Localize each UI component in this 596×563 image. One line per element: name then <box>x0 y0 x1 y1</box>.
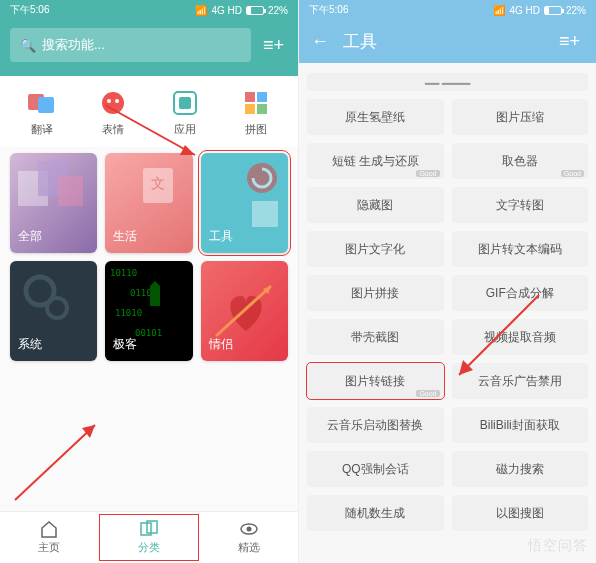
svg-rect-1 <box>38 97 54 113</box>
svg-rect-13 <box>58 176 83 206</box>
svg-point-19 <box>47 298 67 318</box>
tool-wallpaper[interactable]: 原生氢壁纸 <box>307 99 444 135</box>
eye-icon <box>239 520 259 538</box>
svg-rect-8 <box>257 92 267 102</box>
category-app[interactable]: 应用 <box>170 88 200 137</box>
card-all[interactable]: 全部 <box>10 153 97 253</box>
svg-point-3 <box>107 99 111 103</box>
back-button[interactable]: ← <box>311 31 329 52</box>
tool-shortlink[interactable]: 短链 生成与还原Good <box>307 143 444 179</box>
battery-pct: 22% <box>566 5 586 16</box>
emoji-icon <box>98 88 128 118</box>
tool-text2img[interactable]: 文字转图 <box>452 187 589 223</box>
tool-hideimg[interactable]: 隐藏图 <box>307 187 444 223</box>
category-icon <box>139 520 159 538</box>
tool-musicad[interactable]: 云音乐广告禁用 <box>452 363 589 399</box>
category-translate[interactable]: 翻译 <box>27 88 57 137</box>
svg-text:10110: 10110 <box>110 268 137 278</box>
tool-qqforce[interactable]: QQ强制会话 <box>307 451 444 487</box>
category-row: 翻译 表情 应用 拼图 <box>0 76 298 147</box>
tool-compress[interactable]: 图片压缩 <box>452 99 589 135</box>
net-label: 4G HD <box>211 5 242 16</box>
card-geek[interactable]: 10110011011101000101 极客 <box>105 261 192 361</box>
nav-home[interactable]: 主页 <box>0 512 97 563</box>
bottom-nav: 主页 分类 精选 <box>0 511 298 563</box>
battery-icon <box>544 6 562 15</box>
tool-imgjoin[interactable]: 图片拼接 <box>307 275 444 311</box>
card-love[interactable]: 情侣 <box>201 261 288 361</box>
card-life[interactable]: 文 生活 <box>105 153 192 253</box>
card-grid: 全部 文 生活 工具 系统 10110011011101000101 极客 <box>0 147 298 367</box>
svg-rect-10 <box>257 104 267 114</box>
status-bar: 下午5:06 📶 4G HD 22% <box>0 0 298 20</box>
top-bar: ← 工具 ≡+ <box>299 20 596 63</box>
tool-colorpicker[interactable]: 取色器Good <box>452 143 589 179</box>
svg-point-2 <box>102 92 124 114</box>
svg-point-29 <box>247 527 252 532</box>
puzzle-icon <box>241 88 271 118</box>
nav-category[interactable]: 分类 <box>99 514 198 561</box>
svg-rect-17 <box>252 201 278 227</box>
translate-icon <box>27 88 57 118</box>
home-icon <box>39 520 59 538</box>
tool-imgsearch[interactable]: 以图搜图 <box>452 495 589 531</box>
tool-img2code[interactable]: 图片转文本编码 <box>452 231 589 267</box>
battery-pct: 22% <box>268 5 288 16</box>
search-input[interactable]: 🔍 搜索功能... <box>10 28 251 62</box>
add-button[interactable]: ≡+ <box>555 31 584 52</box>
watermark: 悟空问答 <box>528 537 588 555</box>
battery-icon <box>246 6 264 15</box>
tool-frameshot[interactable]: 带壳截图 <box>307 319 444 355</box>
signal-icon: 📶 <box>493 5 505 16</box>
search-placeholder: 搜索功能... <box>42 36 105 54</box>
net-label: 4G HD <box>509 5 540 16</box>
page-title: 工具 <box>343 30 555 53</box>
tool-img2link[interactable]: 图片转链接Good <box>307 363 444 399</box>
svg-rect-6 <box>179 97 191 109</box>
svg-rect-9 <box>245 104 255 114</box>
signal-icon: 📶 <box>195 5 207 16</box>
svg-line-32 <box>15 425 95 500</box>
category-emoji[interactable]: 表情 <box>98 88 128 137</box>
svg-point-4 <box>115 99 119 103</box>
svg-rect-7 <box>245 92 255 102</box>
card-system[interactable]: 系统 <box>10 261 97 361</box>
tool-list: ━━ ━━━━ 原生氢壁纸 图片压缩 短链 生成与还原Good 取色器Good … <box>299 63 596 563</box>
top-bar: 🔍 搜索功能... ≡+ <box>0 20 298 76</box>
tool-vid2audio[interactable]: 视频提取音频 <box>452 319 589 355</box>
add-button[interactable]: ≡+ <box>259 35 288 56</box>
svg-text:文: 文 <box>151 175 165 191</box>
app-icon <box>170 88 200 118</box>
svg-marker-33 <box>82 425 95 438</box>
tool-random[interactable]: 随机数生成 <box>307 495 444 531</box>
tool-img2text[interactable]: 图片文字化 <box>307 231 444 267</box>
tool-bilicover[interactable]: BiliBili封面获取 <box>452 407 589 443</box>
category-puzzle[interactable]: 拼图 <box>241 88 271 137</box>
svg-text:11010: 11010 <box>115 308 142 318</box>
tool-musicsplash[interactable]: 云音乐启动图替换 <box>307 407 444 443</box>
svg-text:00101: 00101 <box>135 328 162 338</box>
status-bar: 下午5:06 📶 4G HD 22% <box>299 0 596 20</box>
tool-gif[interactable]: GIF合成分解 <box>452 275 589 311</box>
nav-featured[interactable]: 精选 <box>201 512 298 563</box>
status-time: 下午5:06 <box>10 3 49 17</box>
tool-item-top[interactable]: ━━ ━━━━ <box>307 73 588 91</box>
tool-magnet[interactable]: 磁力搜索 <box>452 451 589 487</box>
status-time: 下午5:06 <box>309 3 348 17</box>
card-tool[interactable]: 工具 <box>201 153 288 253</box>
search-icon: 🔍 <box>20 38 36 53</box>
